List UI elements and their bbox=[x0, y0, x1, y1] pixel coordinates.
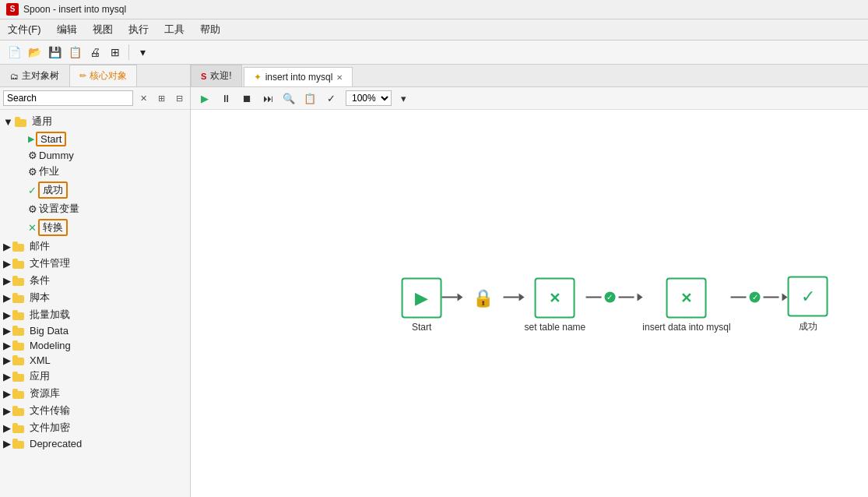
line-1a bbox=[442, 296, 458, 298]
window-title: Spoon - insert into mysql bbox=[23, 4, 126, 15]
tree-item-modeling-folder[interactable]: ▶ Modeling bbox=[0, 338, 190, 353]
save-button[interactable]: 💾 bbox=[45, 43, 64, 62]
job-item-label: 作业 bbox=[39, 164, 59, 178]
preview-button[interactable]: 🔍 bbox=[279, 90, 298, 107]
xml-folder-icon bbox=[12, 355, 25, 365]
tree-item-set-variable[interactable]: ⚙ 设置变量 bbox=[0, 200, 190, 217]
pause-button[interactable]: ⏸ bbox=[216, 90, 235, 107]
tree-item-xml-folder[interactable]: ▶ XML bbox=[0, 353, 190, 368]
menu-help[interactable]: 帮助 bbox=[192, 21, 228, 38]
open-button[interactable]: 📂 bbox=[25, 43, 44, 62]
wf-node-lock: 🔒 bbox=[463, 277, 504, 332]
menu-file[interactable]: 文件(F) bbox=[0, 21, 49, 38]
tree: ▼ 通用 ▶ Start ⚙ Dummy ⚙ 作业 ✓ 成功 bbox=[0, 110, 190, 497]
app-folder-icon bbox=[12, 372, 25, 382]
start-node-label: Start bbox=[412, 321, 431, 332]
mail-arrow-icon: ▶ bbox=[3, 241, 11, 252]
tree-item-repo-folder[interactable]: ▶ 资源库 bbox=[0, 385, 190, 402]
toolbar-separator bbox=[128, 44, 129, 60]
deprecated-arrow-icon: ▶ bbox=[3, 438, 11, 449]
tree-item-deprecated-folder[interactable]: ▶ Deprecated bbox=[0, 436, 190, 451]
tab-core-objects-label: 核心对象 bbox=[90, 69, 127, 83]
check-button[interactable]: ✓ bbox=[322, 90, 340, 107]
tab-core-objects[interactable]: ✏ 核心对象 bbox=[69, 65, 137, 86]
wf-node-success[interactable]: ✓ 成功 bbox=[788, 277, 828, 333]
menu-tools[interactable]: 工具 bbox=[156, 21, 192, 38]
tree-item-app-folder[interactable]: ▶ 应用 bbox=[0, 368, 190, 385]
run-button[interactable]: ▶ bbox=[195, 90, 214, 107]
search-clear-button[interactable]: ✕ bbox=[135, 90, 151, 106]
zoom-dropdown-button[interactable]: ▾ bbox=[394, 90, 413, 107]
insert-tab-label: insert into mysql bbox=[265, 72, 333, 83]
repo-folder-label: 资源库 bbox=[30, 386, 60, 400]
bigdata-folder-icon bbox=[12, 326, 25, 336]
tree-item-start[interactable]: ▶ Start bbox=[0, 130, 190, 148]
tab-insert-into-mysql[interactable]: ✦ insert into mysql ✕ bbox=[244, 67, 353, 86]
welcome-tab-label: 欢迎! bbox=[210, 69, 231, 83]
tree-item-filemanage-folder[interactable]: ▶ 文件管理 bbox=[0, 255, 190, 272]
canvas[interactable]: ▶ Start 🔒 bbox=[191, 110, 868, 497]
tab-close-button[interactable]: ✕ bbox=[336, 73, 343, 82]
wf-node-set-table[interactable]: ✕ set table name bbox=[525, 277, 586, 332]
tree-item-condition-folder[interactable]: ▶ 条件 bbox=[0, 272, 190, 289]
tree-item-general-folder[interactable]: ▼ 通用 bbox=[0, 113, 190, 130]
insert-mysql-cross-icon: ✕ bbox=[680, 289, 692, 306]
success-check-icon: ✓ bbox=[801, 287, 815, 307]
line-4a bbox=[731, 296, 747, 298]
tree-item-script-folder[interactable]: ▶ 脚本 bbox=[0, 289, 190, 306]
arrow-1 bbox=[458, 293, 463, 301]
dummy-icon: ⚙ bbox=[28, 150, 37, 161]
check-dot-1-icon: ✓ bbox=[606, 293, 613, 301]
filetransfer-arrow-icon: ▶ bbox=[3, 405, 11, 417]
app-icon: S bbox=[6, 3, 19, 16]
check-dot-1: ✓ bbox=[604, 291, 615, 302]
right-panel: S 欢迎! ✦ insert into mysql ✕ ▶ ⏸ ⏹ ⏭ 🔍 📋 … bbox=[191, 65, 868, 497]
menu-edit[interactable]: 编辑 bbox=[49, 21, 85, 38]
dropdown-button[interactable]: ▾ bbox=[133, 43, 152, 62]
zoom-select[interactable]: 100% 50% 75% 125% 150% 200% bbox=[346, 90, 392, 106]
tab-main-objects[interactable]: 🗂 主对象树 bbox=[0, 65, 69, 86]
title-bar: S Spoon - insert into mysql bbox=[0, 0, 868, 19]
wf-node-start[interactable]: ▶ Start bbox=[402, 277, 442, 332]
saveas-button[interactable]: 📋 bbox=[65, 43, 84, 62]
welcome-tab-icon: S bbox=[201, 72, 206, 81]
set-variable-item-label: 设置变量 bbox=[39, 202, 79, 216]
tree-item-transform[interactable]: ✕ 转换 bbox=[0, 217, 190, 238]
tree-item-mail-folder[interactable]: ▶ 邮件 bbox=[0, 238, 190, 255]
search-collapse-button[interactable]: ⊟ bbox=[171, 90, 187, 106]
tree-item-bigdata-folder[interactable]: ▶ Big Data bbox=[0, 323, 190, 338]
stop-button[interactable]: ⏹ bbox=[237, 90, 256, 107]
search-area: ✕ ⊞ ⊟ bbox=[0, 87, 190, 110]
tree-item-filetransfer-folder[interactable]: ▶ 文件传输 bbox=[0, 402, 190, 419]
script-folder-label: 脚本 bbox=[30, 291, 50, 305]
repo-arrow-icon: ▶ bbox=[3, 388, 11, 400]
tree-item-fileencrypt-folder[interactable]: ▶ 文件加密 bbox=[0, 419, 190, 436]
tree-item-success[interactable]: ✓ 成功 bbox=[0, 180, 190, 200]
print-button[interactable]: 🖨 bbox=[86, 43, 104, 62]
fileencrypt-arrow-icon: ▶ bbox=[3, 422, 11, 434]
check-dot-2-icon: ✓ bbox=[752, 293, 758, 301]
tree-item-bulkload-folder[interactable]: ▶ 批量加载 bbox=[0, 306, 190, 323]
mail-folder-label: 邮件 bbox=[30, 239, 50, 253]
menu-run[interactable]: 执行 bbox=[121, 21, 156, 38]
deprecated-folder-label: Deprecated bbox=[30, 438, 82, 449]
insert-tab-icon: ✦ bbox=[254, 72, 262, 83]
transform-icon: ✕ bbox=[28, 222, 37, 234]
modeling-folder-icon bbox=[12, 340, 25, 351]
search-expand-button[interactable]: ⊞ bbox=[153, 90, 169, 106]
new-button[interactable]: 📄 bbox=[5, 43, 23, 62]
tree-item-job[interactable]: ⚙ 作业 bbox=[0, 163, 190, 180]
log-button[interactable]: 📋 bbox=[300, 90, 319, 107]
layers-button[interactable]: ⊞ bbox=[106, 43, 125, 62]
search-input[interactable] bbox=[3, 90, 133, 106]
xml-folder-label: XML bbox=[30, 354, 51, 366]
wf-node-insert-mysql[interactable]: ✕ insert data into mysql bbox=[642, 277, 730, 332]
menu-view[interactable]: 视图 bbox=[85, 21, 121, 38]
connector-3: ✓ bbox=[585, 291, 642, 302]
tab-welcome[interactable]: S 欢迎! bbox=[191, 65, 242, 86]
arrow-2 bbox=[519, 293, 525, 301]
tree-item-dummy[interactable]: ⚙ Dummy bbox=[0, 148, 190, 163]
run-selected-button[interactable]: ⏭ bbox=[258, 90, 277, 107]
success-node-label: 成功 bbox=[799, 320, 817, 333]
fileencrypt-folder-icon bbox=[12, 423, 25, 433]
